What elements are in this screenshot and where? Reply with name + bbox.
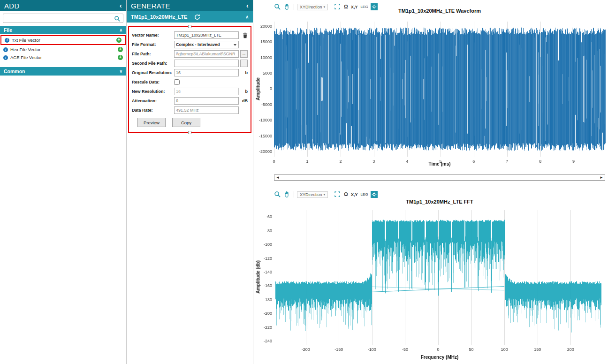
pan-hand-icon[interactable] (284, 191, 291, 198)
add-panel-title: ADD (4, 2, 20, 10)
scroll-left-icon[interactable]: ◄ (276, 175, 280, 180)
unit-label: dB (242, 99, 248, 103)
zoom-icon[interactable] (274, 191, 281, 198)
form-buttons: Preview Copy (137, 118, 248, 127)
field-row-file-path: File Path: ... (132, 50, 248, 58)
selection-handle[interactable] (188, 131, 191, 134)
field-row-original-resolution: Original Resolution: b (132, 69, 248, 76)
field-row-vector-name: Vector Name: (132, 31, 248, 39)
data-rate-input[interactable] (174, 106, 239, 114)
browse-button[interactable]: ... (240, 50, 248, 58)
toolbar-separator (294, 191, 294, 197)
file-format-value: Complex - Interleaved (176, 42, 220, 47)
x-axis-label: Time (ms) (274, 161, 605, 167)
field-row-attenuation: Attenuation: dB (132, 97, 248, 105)
field-row-data-rate: Data Rate: (132, 106, 248, 114)
rescale-data-checkbox[interactable] (174, 79, 180, 85)
copy-button[interactable]: Copy (172, 118, 200, 127)
horizontal-scrollbar[interactable]: ◄ ► (274, 174, 605, 181)
list-item-txt-file-vector[interactable]: i Txt File Vector + (1, 36, 125, 44)
chevron-up-icon[interactable]: ∧ (245, 15, 249, 19)
chart-settings-button[interactable] (371, 191, 378, 198)
xy-direction-dropdown[interactable]: XYDirection ▾ (297, 191, 328, 198)
scroll-right-icon[interactable]: ► (600, 175, 603, 180)
new-resolution-input[interactable] (174, 88, 239, 95)
list-item-label: Txt File Vector (12, 38, 114, 43)
chevron-down-icon: ∨ (119, 69, 122, 74)
list-item-ace-file-vector[interactable]: i ACE File Vector + (0, 53, 126, 61)
list-item-label: ACE File Vector (10, 55, 115, 60)
search-row (0, 11, 126, 26)
legend-toggle[interactable]: LEG (360, 192, 368, 197)
field-label: Attenuation: (132, 99, 174, 103)
annotation-highlight-box: i Txt File Vector + (0, 35, 126, 45)
y-axis-label: Amplitude (256, 66, 261, 113)
second-file-path-input[interactable] (174, 60, 239, 67)
chevron-down-icon (234, 44, 236, 46)
field-label: New Resolution: (132, 89, 174, 94)
toolbar-separator (331, 191, 331, 197)
fft-canvas[interactable] (253, 205, 608, 359)
add-icon[interactable]: + (116, 38, 122, 43)
attenuation-input[interactable] (174, 97, 239, 105)
refresh-icon[interactable] (194, 14, 201, 21)
search-input[interactable] (3, 14, 123, 23)
add-icon[interactable]: + (118, 47, 123, 52)
info-icon[interactable]: i (5, 38, 9, 43)
generate-panel-header: GENERATE ‹ (127, 0, 253, 11)
vector-name-input[interactable] (174, 31, 239, 39)
unit-label: b (245, 70, 248, 75)
collapse-panel-icon[interactable]: ‹ (120, 2, 122, 9)
section-common-header[interactable]: Common ∨ (0, 67, 126, 76)
chart-title: TM1p1_10x20MHz_LTE FFT (274, 199, 605, 205)
app-root: ADD ‹ File ∧ i Txt File Vector + i Hex F… (0, 0, 608, 364)
browse-button[interactable]: ... (240, 60, 248, 67)
section-common-label: Common (4, 68, 25, 74)
info-icon[interactable]: i (3, 47, 8, 52)
info-icon[interactable]: i (3, 55, 8, 60)
field-row-new-resolution: New Resolution: b (132, 88, 248, 95)
section-file-label: File (4, 27, 12, 33)
field-label: Second File Path: (132, 61, 174, 66)
original-resolution-input[interactable] (174, 69, 239, 76)
collapse-panel-icon[interactable]: ‹ (246, 2, 249, 9)
omega-marker-icon[interactable]: Ω (344, 192, 348, 197)
field-row-rescale-data: Rescale Data: (132, 78, 248, 86)
xy-direction-label: XYDirection (300, 192, 322, 197)
vector-header-title: TM1p1_10x20MHz_LTE (131, 14, 187, 20)
add-panel: ADD ‹ File ∧ i Txt File Vector + i Hex F… (0, 0, 127, 364)
dropdown-caret-icon: ▾ (324, 193, 326, 197)
charts-area: XYDirection ▾ Ω X,Y LEG TM1p1_10x20MHz_L… (253, 0, 608, 364)
section-file-header[interactable]: File ∧ (0, 26, 126, 34)
fft-chart-block: XYDirection ▾ Ω X,Y LEG TM1p1_10x20MHz_L… (253, 188, 608, 364)
field-label: Rescale Data: (132, 80, 174, 84)
chevron-up-icon: ∧ (119, 28, 122, 32)
search-icon[interactable] (114, 15, 121, 22)
generate-panel: GENERATE ‹ TM1p1_10x20MHz_LTE ∧ Vector N… (127, 0, 253, 364)
vector-header[interactable]: TM1p1_10x20MHz_LTE ∧ (127, 11, 253, 23)
field-label: File Path: (132, 52, 174, 56)
unit-label: b (245, 89, 248, 94)
delete-icon[interactable] (243, 32, 248, 38)
add-icon[interactable]: + (118, 55, 123, 60)
preview-button[interactable]: Preview (137, 118, 166, 127)
list-item-label: Hex File Vector (10, 47, 115, 52)
fit-expand-icon[interactable] (334, 191, 341, 198)
field-label: Vector Name: (132, 33, 174, 38)
xy-readout-toggle[interactable]: X,Y (351, 192, 358, 197)
chart-toolbar: XYDirection ▾ Ω X,Y LEG (274, 190, 378, 198)
y-axis-label: Amplitude (db) (256, 254, 261, 301)
waveform-canvas[interactable] (253, 13, 608, 168)
x-axis-label: Frequency (MHz) (274, 355, 605, 360)
waveform-chart-block: XYDirection ▾ Ω X,Y LEG TM1p1_10x20MHz_L… (253, 0, 608, 186)
field-row-second-file-path: Second File Path: ... (132, 60, 248, 67)
annotation-highlight-box: Vector Name: File Format: Complex - Inte… (128, 26, 251, 133)
file-format-select[interactable]: Complex - Interleaved (174, 41, 239, 48)
file-path-input[interactable] (174, 50, 239, 58)
list-item-hex-file-vector[interactable]: i Hex File Vector + (0, 46, 126, 53)
field-label: Original Resolution: (132, 70, 174, 75)
generate-panel-title: GENERATE (131, 2, 170, 10)
field-label: Data Rate: (132, 108, 174, 113)
add-panel-header: ADD ‹ (0, 0, 126, 11)
selection-handle[interactable] (188, 25, 191, 28)
